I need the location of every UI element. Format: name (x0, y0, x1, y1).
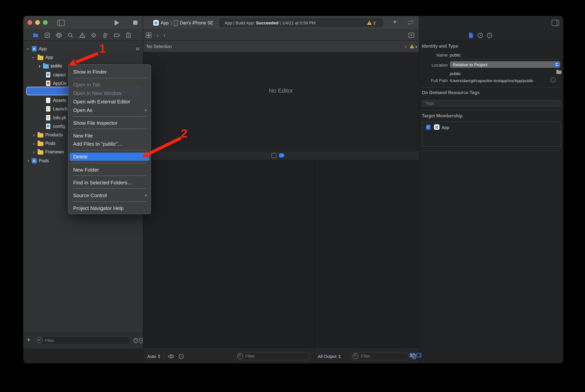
tree-row-label: public (51, 64, 62, 68)
help-icon[interactable]: ? (487, 32, 492, 38)
reveal-path-arrow-icon[interactable]: → (550, 77, 555, 82)
close-window-button[interactable] (27, 20, 32, 25)
tags-input[interactable]: Tags (422, 100, 561, 106)
disclosure-chevron-icon[interactable]: › (26, 48, 31, 50)
disclosure-chevron-icon[interactable]: › (27, 158, 29, 163)
tree-row-app-folder[interactable]: › App (23, 53, 143, 62)
scheme-selector[interactable]: App 〉 Dan's iPhone SE (153, 20, 213, 26)
warning-badge[interactable]: 2 (367, 20, 376, 25)
show-variables-pane-icon[interactable] (409, 353, 415, 358)
separator (422, 150, 561, 150)
editor-inspector-divider[interactable] (419, 16, 419, 363)
search-icon[interactable] (65, 32, 76, 38)
odr-section-header: On Demand Resource Tags (422, 90, 480, 95)
minimize-window-button[interactable] (35, 20, 40, 25)
related-items-icon[interactable] (146, 32, 151, 38)
choose-folder-icon[interactable] (556, 70, 561, 74)
menu-separator (72, 128, 146, 129)
tree-row-label: Products (45, 132, 63, 137)
location-popup[interactable]: Relative to Project (450, 61, 560, 68)
xcode-window: App 〉 Dan's iPhone SE App | Build App: S… (23, 16, 563, 363)
warning-count: 2 (373, 20, 376, 25)
disclosure-chevron-icon[interactable]: › (31, 56, 36, 58)
navigator-filter-input[interactable]: Filter (35, 336, 131, 344)
disclosure-chevron-icon[interactable]: › (33, 150, 35, 154)
editor-forward-icon[interactable]: › (163, 32, 165, 38)
menu-item-add-files[interactable]: Add Files to “public”… (73, 140, 146, 148)
menu-separator (72, 201, 146, 202)
menu-item-open-as[interactable]: Open As› (73, 106, 146, 114)
menu-item-find-in-selected-folders[interactable]: Find in Selected Folders… (73, 178, 146, 187)
stop-button[interactable] (133, 20, 137, 25)
tree-row-label: capaci (53, 72, 68, 77)
hide-debug-square-icon[interactable] (271, 153, 276, 158)
console-scope-select[interactable]: All Output (318, 354, 337, 358)
info-icon[interactable]: i (178, 354, 184, 359)
source-control-icon[interactable] (41, 32, 53, 38)
pane-divider[interactable] (314, 160, 315, 348)
variables-scope-select[interactable]: Auto (147, 354, 156, 358)
right-panel-toggle-icon[interactable] (552, 20, 559, 26)
run-destination[interactable]: Dan's iPhone SE (180, 20, 213, 25)
symbols-icon[interactable] (53, 32, 65, 38)
filter-placeholder: Filter (45, 338, 54, 342)
warning-triangle-icon[interactable] (410, 44, 414, 48)
menu-separator (72, 163, 146, 163)
name-label: Name (421, 52, 448, 57)
folder-icon (43, 64, 49, 68)
reports-list-icon[interactable] (123, 32, 134, 38)
menu-item-open-with-external-editor[interactable]: Open with External Editor (73, 97, 146, 106)
disclosure-chevron-icon[interactable]: › (39, 64, 40, 68)
run-button[interactable] (115, 20, 119, 25)
disclosure-chevron-icon[interactable]: › (33, 132, 35, 137)
left-sidebar-toggle-icon[interactable] (57, 20, 65, 26)
filter-placeholder: Filter (245, 354, 255, 358)
zoom-window-button[interactable] (43, 20, 48, 25)
disclosure-chevron-icon[interactable]: › (33, 141, 35, 146)
warning-triangle-icon (367, 20, 372, 25)
scheme-name[interactable]: App (161, 20, 169, 25)
issue-forward-icon[interactable]: › (415, 44, 417, 49)
breakpoint-flag-icon[interactable] (279, 153, 285, 158)
menu-item-show-in-finder[interactable]: Show in Finder (73, 68, 146, 76)
debug-spray-icon[interactable] (99, 32, 111, 38)
filter-icon (353, 353, 359, 359)
add-tab-button[interactable]: + (393, 18, 397, 26)
breakpoints-tag-icon[interactable] (111, 32, 123, 38)
tree-row-label: Assets (53, 98, 68, 103)
issues-warning-icon[interactable] (76, 32, 88, 38)
tree-row-label: AppDe (53, 81, 68, 86)
membership-checkbox[interactable]: ✓ (426, 125, 431, 130)
source-control-status-badge: M (136, 46, 139, 51)
editor-back-icon[interactable]: ‹ (156, 32, 158, 38)
menu-item-source-control[interactable]: Source Control› (73, 191, 146, 200)
breadcrumb-chevron-icon: 〉 (170, 20, 172, 26)
code-file-icon: T (46, 72, 50, 77)
menu-item-show-file-inspector[interactable]: Show File Inspector (73, 118, 146, 127)
tree-row-app-project[interactable]: › A App M (23, 45, 143, 53)
console-filter-input[interactable]: Filter (351, 352, 409, 360)
menu-item-new-folder[interactable]: New Folder (73, 166, 146, 174)
name-value[interactable]: public (450, 52, 461, 57)
recent-files-clock-icon[interactable] (133, 338, 139, 343)
tree-row-label: App (39, 46, 47, 51)
add-file-button[interactable]: + (27, 336, 30, 344)
issue-back-icon[interactable]: ‹ (405, 44, 407, 49)
file-inspector-icon[interactable] (468, 32, 473, 38)
status-text: App | Build App: (225, 20, 256, 25)
swap-arrows-icon[interactable] (407, 19, 415, 26)
menu-item-project-navigator-help[interactable]: Project Navigator Help (73, 204, 146, 212)
inspector-tab-bar: ? (419, 30, 563, 40)
tests-diamond-icon[interactable] (88, 32, 99, 38)
menu-item-new-file[interactable]: New File (73, 131, 146, 140)
xcode-project-icon: A (32, 46, 36, 52)
activity-status-pill[interactable]: App | Build App: Succeeded | 1/4/21 at 5… (219, 18, 383, 27)
variables-filter-input[interactable]: Filter (235, 352, 310, 360)
eye-icon[interactable] (168, 354, 175, 358)
history-clock-icon[interactable] (477, 32, 483, 38)
project-navigator-folder-icon[interactable] (30, 32, 41, 38)
console-pane (315, 160, 419, 348)
editor-jump-bar[interactable]: No Selection ‹ › (143, 41, 419, 52)
menu-item-delete[interactable]: Delete (73, 152, 146, 161)
add-editor-icon[interactable] (409, 32, 414, 38)
